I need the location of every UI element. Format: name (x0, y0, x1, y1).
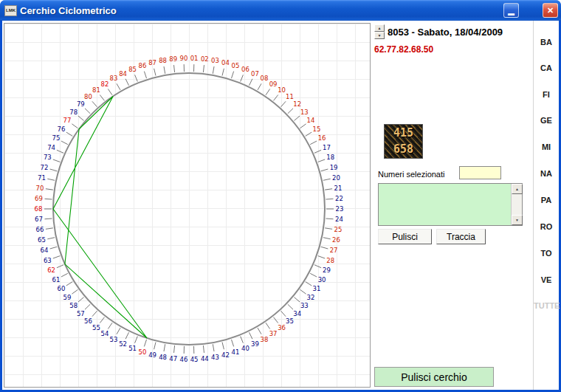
circle-number[interactable]: 01 (190, 55, 199, 62)
circle-number[interactable]: 03 (211, 57, 219, 64)
circle-number[interactable]: 32 (307, 294, 315, 301)
circle-number[interactable]: 40 (241, 345, 249, 352)
circle-number[interactable]: 34 (293, 310, 301, 317)
wheel-item-na[interactable]: NA (534, 169, 559, 178)
circle-number[interactable]: 25 (334, 226, 343, 233)
circle-number[interactable]: 56 (84, 317, 92, 325)
circle-number[interactable]: 14 (307, 117, 315, 124)
circle-number[interactable]: 82 (100, 80, 109, 88)
circle-number[interactable]: 78 (69, 109, 78, 116)
circle-number[interactable]: 64 (40, 247, 48, 254)
circle-number[interactable]: 80 (84, 93, 92, 100)
circle-number[interactable]: 17 (323, 144, 331, 151)
circle-number[interactable]: 29 (323, 267, 331, 274)
circle-number[interactable]: 75 (52, 134, 60, 142)
circle-number[interactable]: 20 (332, 174, 340, 182)
numbers-textarea[interactable]: ▲ ▼ (378, 183, 523, 226)
circle-number[interactable]: 57 (77, 310, 85, 317)
circle-number[interactable]: 85 (128, 66, 137, 73)
circle-number[interactable]: 88 (159, 57, 167, 64)
wheel-item-ba[interactable]: BA (534, 38, 559, 47)
circle-number[interactable]: 12 (293, 100, 301, 108)
circle-number[interactable]: 53 (110, 336, 118, 343)
circle-number[interactable]: 67 (35, 216, 43, 223)
circle-number[interactable]: 70 (36, 185, 44, 192)
cyclometric-circle-panel[interactable]: 0102030405060708091011121314151617181920… (4, 23, 371, 388)
circle-number[interactable]: 54 (100, 330, 109, 337)
close-button[interactable]: ✕ (543, 3, 558, 18)
minimize-button[interactable]: ▬ (503, 3, 519, 18)
traccia-button[interactable]: Traccia (436, 229, 486, 244)
circle-number[interactable]: 73 (44, 154, 52, 161)
wheel-item-ve[interactable]: VE (534, 275, 559, 284)
circle-number[interactable]: 05 (232, 62, 240, 69)
circle-number[interactable]: 72 (40, 164, 48, 171)
pulisci-cerchio-button[interactable]: Pulisci cerchio (374, 367, 494, 387)
circle-number[interactable]: 08 (261, 75, 269, 82)
circle-number[interactable]: 59 (63, 294, 72, 301)
circle-number[interactable]: 87 (148, 59, 156, 66)
wheel-item-to[interactable]: TO (534, 249, 559, 258)
wheel-item-ge[interactable]: GE (534, 116, 559, 125)
pulisci-button[interactable]: Pulisci (378, 229, 432, 244)
wheel-item-pa[interactable]: PA (534, 196, 559, 204)
scroll-down-icon[interactable]: ▼ (512, 215, 523, 225)
spinner-down-button[interactable]: ▼ (374, 32, 385, 39)
circle-number[interactable]: 47 (169, 355, 177, 362)
draw-spinner[interactable]: ▲ ▼ (374, 24, 385, 40)
circle-number[interactable]: 90 (179, 55, 187, 62)
circle-number[interactable]: 84 (119, 70, 127, 78)
circle-number[interactable]: 28 (326, 257, 334, 264)
numeri-selezionati-input[interactable] (459, 166, 501, 179)
circle-number[interactable]: 43 (211, 354, 219, 361)
wheel-item-ro[interactable]: RO (534, 222, 559, 231)
textarea-scrollbar[interactable]: ▲ ▼ (511, 184, 522, 225)
circle-number[interactable]: 41 (232, 348, 240, 356)
circle-number[interactable]: 58 (69, 302, 78, 309)
circle-number[interactable]: 45 (190, 356, 199, 363)
circle-number[interactable]: 26 (332, 236, 340, 244)
circle-number[interactable]: 49 (148, 351, 156, 359)
circle-number[interactable]: 10 (278, 86, 286, 94)
circle-number[interactable]: 71 (38, 174, 46, 182)
circle-number[interactable]: 83 (110, 75, 118, 82)
circle-number[interactable]: 16 (318, 134, 326, 142)
circle-number[interactable]: 30 (318, 276, 326, 283)
circle-number[interactable]: 86 (139, 62, 147, 69)
circle-number[interactable]: 39 (251, 340, 259, 348)
circle-number[interactable]: 63 (44, 257, 52, 264)
circle-number[interactable]: 69 (35, 195, 43, 202)
circle-number[interactable]: 68 (35, 205, 43, 213)
circle-number[interactable]: 13 (300, 109, 309, 116)
circle-number[interactable]: 74 (47, 144, 55, 151)
circle-number[interactable]: 62 (47, 267, 55, 274)
circle-number[interactable]: 60 (58, 285, 66, 292)
circle-number[interactable]: 04 (221, 59, 230, 66)
circle-number[interactable]: 46 (179, 356, 187, 363)
circle-number[interactable]: 35 (286, 317, 294, 325)
circle-number[interactable]: 24 (335, 216, 343, 223)
circle-number[interactable]: 65 (38, 236, 46, 244)
circle-number[interactable]: 77 (63, 117, 72, 124)
wheel-item-ca[interactable]: CA (534, 63, 559, 72)
circle-number[interactable]: 48 (159, 354, 167, 361)
wheel-item-fi[interactable]: FI (534, 90, 559, 99)
spinner-up-button[interactable]: ▲ (374, 24, 385, 32)
circle-number[interactable]: 51 (128, 345, 137, 352)
circle-number[interactable]: 38 (261, 336, 269, 343)
circle-number[interactable]: 22 (335, 195, 343, 202)
circle-number[interactable]: 61 (52, 276, 60, 283)
circle-number[interactable]: 52 (119, 340, 127, 348)
circle-number[interactable]: 37 (269, 330, 278, 337)
circle-number[interactable]: 02 (201, 55, 209, 63)
circle-number[interactable]: 33 (300, 302, 309, 309)
scroll-up-icon[interactable]: ▲ (512, 184, 523, 194)
circle-number[interactable]: 81 (92, 86, 100, 94)
wheel-item-mi[interactable]: MI (534, 142, 559, 151)
cyclometric-circle[interactable]: 0102030405060708091011121314151617181920… (4, 24, 371, 388)
circle-number[interactable]: 09 (269, 80, 278, 88)
circle-number[interactable]: 36 (278, 324, 286, 331)
circle-number[interactable]: 50 (139, 348, 147, 356)
wheel-item-tutte[interactable]: TUTTE (534, 301, 559, 310)
circle-number[interactable]: 06 (241, 66, 249, 73)
